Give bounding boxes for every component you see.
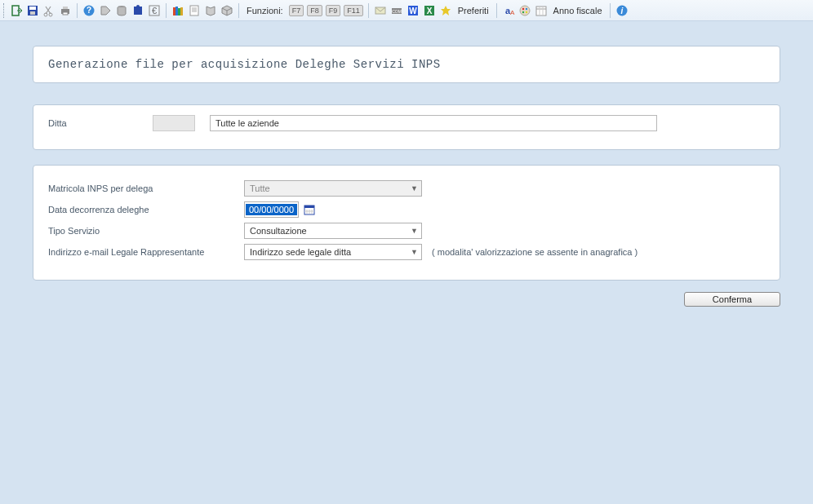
page-title: Generazione file per acquisizione Delegh… — [48, 58, 765, 71]
package-icon[interactable] — [220, 3, 234, 18]
title-panel: Generazione file per acquisizione Delegh… — [33, 46, 780, 83]
ditta-code-field[interactable] — [153, 115, 195, 131]
anno-fiscale-label: Anno fiscale — [550, 6, 606, 15]
chevron-down-icon: ▼ — [411, 227, 418, 235]
separator — [77, 3, 78, 18]
puzzle-icon[interactable] — [131, 3, 145, 18]
chevron-down-icon: ▼ — [411, 184, 418, 192]
conferma-button[interactable]: Conferma — [684, 292, 780, 307]
f8-key[interactable]: F8 — [307, 5, 322, 16]
svg-text:?: ? — [87, 6, 91, 15]
palette-icon[interactable] — [518, 3, 532, 18]
svg-point-36 — [522, 11, 523, 12]
svg-rect-8 — [63, 12, 68, 15]
help-icon[interactable]: ? — [82, 3, 96, 18]
separator — [368, 3, 369, 18]
ditta-panel: Ditta Tutte le aziende — [33, 104, 780, 150]
svg-text:A: A — [510, 9, 515, 16]
f11-key[interactable]: F11 — [344, 5, 363, 16]
calendar-grid-icon[interactable] — [534, 3, 549, 18]
star-icon[interactable] — [438, 3, 453, 18]
data-decorrenza-input[interactable]: 00/00/0000 — [244, 201, 299, 218]
indirizzo-email-label: Indirizzo e-mail Legale Rappresentante — [48, 247, 244, 257]
excel-icon[interactable]: X — [422, 3, 437, 18]
com-icon[interactable]: COM — [389, 3, 404, 18]
svg-text:W: W — [409, 7, 417, 15]
euro-icon[interactable]: € — [147, 3, 162, 18]
svg-point-33 — [520, 6, 530, 15]
svg-rect-45 — [304, 206, 314, 208]
calendar-icon[interactable] — [304, 204, 315, 215]
svg-text:i: i — [620, 7, 623, 15]
f9-key[interactable]: F9 — [326, 5, 341, 16]
document-icon[interactable] — [187, 3, 202, 18]
svg-rect-18 — [178, 8, 180, 15]
funzioni-label: Funzioni: — [243, 6, 287, 15]
tipo-servizio-label: Tipo Servizio — [48, 226, 244, 236]
toolbar-grip — [3, 3, 6, 18]
svg-rect-38 — [536, 7, 546, 15]
svg-point-37 — [525, 11, 526, 12]
indirizzo-email-select[interactable]: Indirizzo sede legale ditta ▼ — [244, 244, 422, 260]
save-icon[interactable] — [25, 3, 40, 18]
matricola-select[interactable]: Tutte ▼ — [244, 180, 422, 197]
svg-text:COM: COM — [392, 9, 402, 14]
database-icon[interactable] — [114, 3, 129, 18]
svg-point-34 — [522, 7, 523, 9]
svg-point-13 — [136, 5, 140, 8]
svg-point-35 — [525, 7, 526, 9]
ditta-label: Ditta — [48, 118, 153, 128]
tipo-servizio-select[interactable]: Consultazione ▼ — [244, 223, 422, 239]
tag-icon[interactable] — [98, 3, 113, 18]
separator — [610, 3, 611, 18]
matricola-label: Matricola INPS per delega — [48, 183, 244, 193]
data-decorrenza-value: 00/00/0000 — [246, 204, 297, 215]
svg-text:€: € — [152, 6, 157, 15]
word-icon[interactable]: W — [406, 3, 420, 18]
svg-rect-19 — [180, 7, 183, 15]
indirizzo-email-value: Indirizzo sede legale ditta — [250, 247, 351, 257]
separator — [496, 3, 497, 18]
svg-rect-2 — [29, 7, 36, 10]
indirizzo-email-hint: ( modalita' valorizzazione se assente in… — [432, 247, 638, 257]
cut-icon[interactable] — [42, 3, 56, 18]
svg-rect-3 — [30, 11, 35, 15]
matricola-value: Tutte — [250, 183, 270, 193]
main-toolbar: ? € Funzioni: F7 F8 F9 F11 COM W X — [0, 0, 813, 21]
separator — [238, 3, 239, 18]
books-icon[interactable] — [171, 3, 185, 18]
ditta-name-field[interactable]: Tutte le aziende — [210, 115, 657, 131]
preferiti-label: Preferiti — [455, 6, 492, 15]
tipo-servizio-value: Consultazione — [250, 226, 307, 236]
svg-rect-20 — [190, 6, 198, 15]
f7-key[interactable]: F7 — [289, 5, 304, 16]
print-icon[interactable] — [58, 3, 73, 18]
svg-rect-16 — [173, 7, 175, 15]
svg-rect-17 — [175, 7, 178, 15]
exit-icon[interactable] — [9, 3, 24, 18]
content-area: Generazione file per acquisizione Delegh… — [0, 21, 813, 331]
book-icon[interactable] — [203, 3, 218, 18]
separator — [166, 3, 167, 18]
font-icon[interactable]: aA — [501, 3, 516, 18]
mail-icon[interactable] — [373, 3, 388, 18]
chevron-down-icon: ▼ — [411, 248, 418, 256]
data-decorrenza-label: Data decorrenza deleghe — [48, 205, 244, 214]
svg-rect-7 — [63, 7, 68, 9]
svg-text:X: X — [426, 7, 432, 15]
parameters-panel: Matricola INPS per delega Tutte ▼ Data d… — [33, 165, 780, 281]
button-row: Conferma — [33, 292, 780, 307]
info-icon[interactable]: i — [615, 3, 629, 18]
